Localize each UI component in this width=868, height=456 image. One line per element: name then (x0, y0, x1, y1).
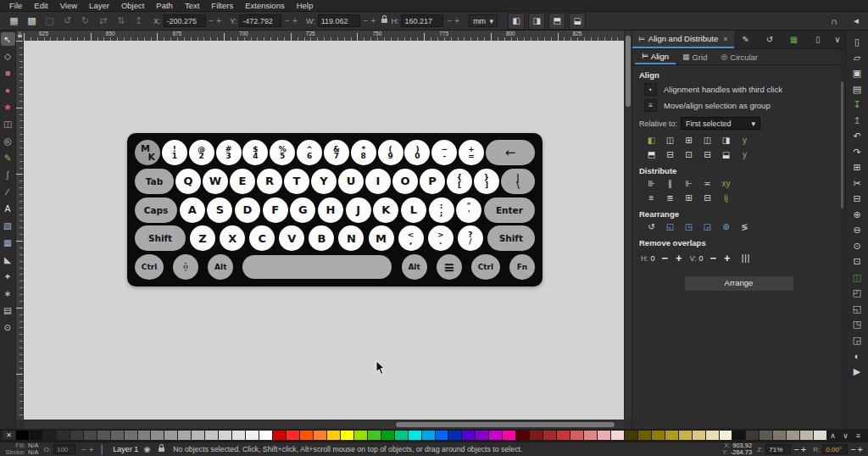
color-swatch[interactable] (409, 431, 421, 440)
gradient-tool[interactable]: ▧ (1, 219, 15, 232)
rotation-stepper[interactable]: −+ (850, 444, 865, 454)
color-swatch[interactable] (462, 431, 475, 440)
menu-edit[interactable]: Edit (28, 0, 53, 11)
randomize-centers-button[interactable]: ⊛ (719, 220, 733, 233)
opacity-control[interactable]: O: 100 −+ (44, 444, 97, 454)
center-on-horizontal-axis-button[interactable]: ⊡ (682, 148, 696, 161)
tab-align-and-distribute[interactable]: ⊨ Align and Distribute × (632, 31, 734, 48)
document-properties-dialog-tab[interactable]: ▯ (806, 31, 830, 48)
color-swatch[interactable] (693, 431, 705, 440)
color-swatch[interactable] (760, 431, 772, 440)
color-swatch[interactable] (665, 431, 678, 440)
move-patterns-toggle-icon[interactable]: ⬓ (569, 13, 586, 30)
color-swatch[interactable] (43, 431, 56, 440)
v-gap-value[interactable]: 0 (698, 254, 703, 263)
opacity-input[interactable]: 100 (53, 444, 75, 454)
redo-icon[interactable]: ↷ (850, 145, 865, 158)
zoom-tool[interactable]: ⊙ (1, 320, 15, 334)
color-swatch[interactable] (516, 431, 529, 440)
color-swatch[interactable] (300, 431, 313, 440)
color-swatch[interactable] (787, 431, 799, 440)
arrange-button[interactable]: Arrange (684, 275, 794, 292)
distribute-centers-vertically-button[interactable]: ≣ (663, 192, 677, 204)
color-swatch[interactable] (84, 431, 97, 440)
cut-icon[interactable]: ✂ (850, 176, 865, 190)
menu-help[interactable]: Help (291, 0, 320, 11)
tweak-tool[interactable]: ∗ (1, 286, 15, 300)
save-document-icon[interactable]: ▣ (850, 67, 865, 81)
zoom-1-1-icon[interactable]: ⊙ (850, 239, 865, 253)
color-swatch[interactable] (611, 431, 624, 440)
exchange-stacking-order-button[interactable]: ◳ (682, 220, 696, 233)
bezier-pen-tool[interactable]: ʃ (1, 168, 15, 181)
color-swatch[interactable] (273, 431, 286, 440)
color-swatch[interactable] (395, 431, 408, 440)
color-swatch[interactable] (368, 431, 381, 440)
color-swatch[interactable] (598, 431, 610, 440)
color-swatch[interactable] (192, 431, 204, 440)
flip-vertical-icon[interactable]: ⇅ (112, 15, 130, 26)
distribute-centers-horizontally-button[interactable]: ∥ (663, 177, 677, 190)
export-icon[interactable]: ↥ (850, 114, 865, 127)
zoom-input[interactable]: 71% (765, 444, 791, 454)
layer-visibility-icon[interactable]: ◉ (143, 445, 150, 453)
open-document-icon[interactable]: ▱ (850, 51, 865, 64)
color-swatch[interactable] (557, 431, 570, 440)
import-icon[interactable]: ↧ (850, 98, 865, 112)
ungroup-icon[interactable]: ◲ (850, 333, 865, 347)
graph-layout-button[interactable]: ↺ (644, 220, 659, 233)
zoom-page-icon[interactable]: ⊡ (850, 255, 865, 269)
color-swatch[interactable] (436, 431, 448, 440)
distribute-left-edges-button[interactable]: ⊪ (644, 177, 659, 190)
v-gap-plus-button[interactable]: + (724, 252, 731, 264)
align-bottom-edges-button[interactable]: ⊟ (700, 148, 715, 161)
rectangle-tool[interactable]: ■ (1, 66, 15, 80)
align-top-edges-button[interactable]: ⊟ (663, 148, 677, 161)
color-swatch[interactable] (773, 431, 786, 440)
color-swatch[interactable] (287, 431, 299, 440)
vertical-scrollbar[interactable] (624, 31, 632, 420)
color-swatch[interactable] (652, 431, 665, 440)
palette-menu-icon[interactable]: ≡ (852, 431, 865, 440)
color-swatch[interactable] (503, 431, 515, 440)
layer-selector[interactable]: Layer 1 (113, 445, 138, 453)
color-swatch[interactable] (638, 431, 651, 440)
h-input[interactable]: 160.217 (401, 14, 443, 27)
ellipse-tool[interactable]: ● (1, 83, 15, 97)
color-swatch[interactable] (97, 431, 110, 440)
undo-icon[interactable]: ↶ (850, 130, 865, 143)
color-swatch[interactable] (732, 431, 745, 440)
color-swatch[interactable] (570, 431, 583, 440)
tab-align[interactable]: ⊨ Align (635, 49, 676, 64)
x-input[interactable]: -200.275 (164, 14, 206, 27)
collapse-toolbar-icon[interactable]: ◂ (849, 15, 863, 26)
color-swatch[interactable] (259, 431, 272, 440)
snap-toggle-icon[interactable]: ∩ (827, 16, 841, 26)
rotate-90-ccw-icon[interactable]: ↺ (58, 15, 76, 26)
menu-filters[interactable]: Filters (205, 0, 239, 11)
align-bottom-to-anchor-top-button[interactable]: ⬒ (644, 148, 659, 161)
text-distribute-vertical-button[interactable]: ij (719, 192, 733, 204)
h-gap-value[interactable]: 0 (651, 254, 655, 263)
alignment-handles-toggle[interactable]: ▪ Alignment handles with third click (644, 83, 845, 96)
color-swatch[interactable] (57, 431, 70, 440)
exchange-selection-order-button[interactable]: ◱ (663, 220, 677, 233)
color-swatch[interactable] (381, 431, 394, 440)
zoom-in-icon[interactable]: ⊕ (850, 208, 865, 221)
palette-scroll-down-icon[interactable]: ∨ (839, 431, 852, 440)
tab-grid[interactable]: ▦ Grid (676, 49, 714, 64)
remove-overlaps-button[interactable]: ||| (742, 253, 751, 263)
dropper-tool[interactable]: ✦ (1, 270, 15, 283)
print-icon[interactable]: ▤ (850, 82, 865, 96)
star-tool[interactable]: ★ (1, 100, 15, 114)
lock-ratio-icon[interactable] (381, 19, 387, 23)
v-gap-minus-button[interactable]: − (709, 252, 716, 264)
box3d-tool[interactable]: ◫ (1, 117, 15, 131)
panel-scrollbar-thumb[interactable] (841, 81, 843, 209)
page-tool[interactable]: ▤ (1, 303, 15, 317)
panel-scrollbar[interactable] (840, 49, 844, 427)
pencil-tool[interactable]: ✎ (1, 151, 15, 164)
zoom-out-icon[interactable]: ⊖ (850, 224, 865, 237)
color-swatch[interactable] (530, 431, 542, 440)
unit-dropdown[interactable]: mm ▾ (469, 14, 498, 27)
